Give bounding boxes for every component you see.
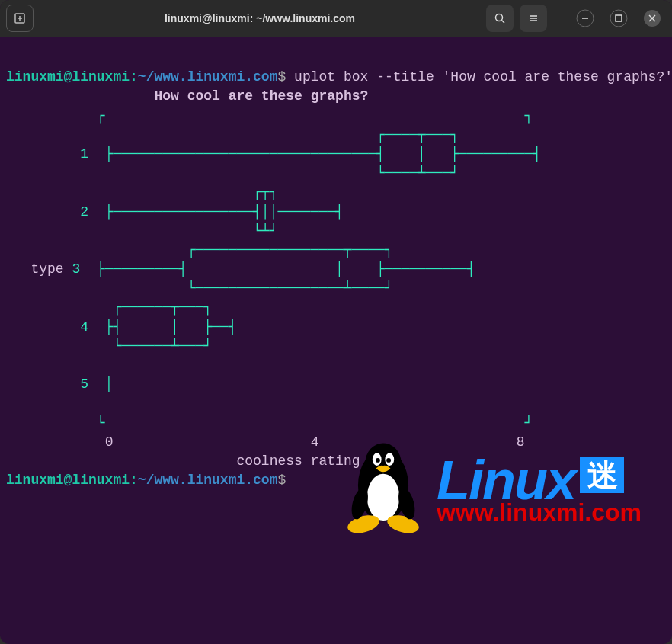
svg-point-19 — [385, 453, 394, 466]
chart-box-3: ┌──────────────────┬────┐ — [6, 242, 558, 258]
ylabel: type — [6, 261, 64, 277]
titlebar: linuxmi@linuxmi: ~/www.linuxmi.com — [0, 0, 672, 37]
svg-point-15 — [358, 449, 408, 521]
chart-box-5 — [6, 357, 558, 373]
new-tab-button[interactable] — [6, 5, 34, 32]
svg-point-24 — [349, 485, 371, 521]
svg-point-17 — [367, 473, 400, 520]
chart-box-2: ┌┬┐ — [6, 184, 558, 200]
watermark-brand: Linux迷 — [437, 453, 642, 508]
window-title: linuxmi@linuxmi: ~/www.linuxmi.com — [40, 12, 480, 24]
svg-point-10 — [610, 10, 627, 27]
svg-line-4 — [502, 21, 505, 24]
search-button[interactable] — [486, 5, 514, 32]
chart-axis-bottom: └ ┘ — [6, 415, 541, 431]
prompt-dollar: $ — [277, 69, 286, 85]
xlabel: coolness rating — [6, 453, 360, 469]
svg-rect-11 — [616, 15, 622, 21]
watermark-url: www.linuxmi.com — [437, 500, 642, 524]
terminal-window: linuxmi@linuxmi: ~/www.linuxmi.com linux… — [0, 0, 672, 644]
watermark-text: Linux迷 www.linuxmi.com — [437, 453, 642, 524]
prompt-sep: : — [130, 69, 138, 85]
chart-box-4: ┌──────┬───┐ — [6, 300, 558, 315]
chart-box-1: ┌────┬───┐ — [6, 127, 558, 143]
svg-point-20 — [376, 458, 380, 463]
maximize-button[interactable] — [605, 5, 632, 32]
svg-point-23 — [386, 512, 421, 535]
svg-point-25 — [395, 485, 418, 521]
chart-axis-top: ┌ ┐ — [6, 108, 541, 123]
terminal-body[interactable]: linuxmi@linuxmi:~/www.linuxmi.com$ uplot… — [0, 37, 672, 644]
svg-point-22 — [346, 512, 382, 535]
svg-point-18 — [373, 453, 382, 466]
command-text: uplot box --title 'How cool are these gr… — [294, 69, 672, 85]
menu-button[interactable] — [520, 5, 547, 32]
prompt-path: ~/www.linuxmi.com — [138, 69, 278, 85]
prompt-user: linuxmi@linuxmi — [6, 69, 130, 85]
svg-point-3 — [496, 14, 503, 21]
prompt-user-2: linuxmi@linuxmi — [6, 473, 130, 488]
minimize-button[interactable] — [571, 5, 599, 32]
chart-title: How cool are these graphs? — [6, 88, 368, 104]
svg-point-21 — [386, 458, 391, 463]
close-button[interactable] — [638, 5, 666, 32]
x-ticks: 0 4 8 — [6, 434, 541, 450]
